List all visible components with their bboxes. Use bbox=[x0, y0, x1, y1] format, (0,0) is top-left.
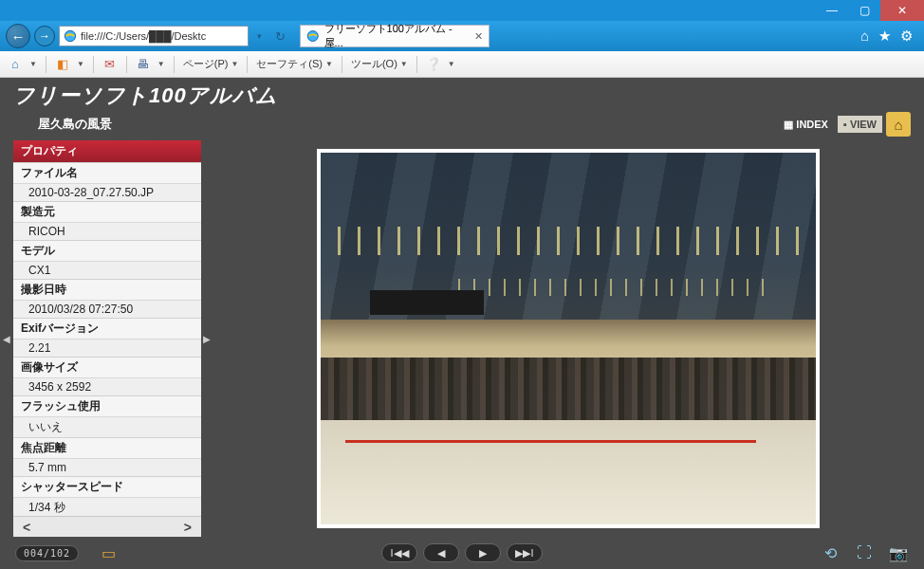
player-footer: 004/102 ▭ I◀◀ ◀ ▶ ▶▶I ⟲ ⛶ 📷 bbox=[0, 537, 924, 569]
property-value: 2010/03/28 07:27:50 bbox=[13, 301, 201, 318]
home-button[interactable]: ⌂ bbox=[886, 112, 911, 137]
property-label: ファイル名 bbox=[13, 162, 201, 184]
panel-expand-button[interactable]: ▶ bbox=[201, 140, 213, 537]
prev-button[interactable]: ◀ bbox=[423, 543, 459, 562]
property-label: 製造元 bbox=[13, 201, 201, 223]
first-button[interactable]: I◀◀ bbox=[381, 543, 417, 562]
settings-icon[interactable]: ⚙ bbox=[900, 28, 913, 45]
property-label: シャッタースピード bbox=[13, 476, 201, 498]
command-bar: ⌂▼ ◧▼ ✉ 🖶▼ ページ(P)▼ セーフティ(S)▼ ツール(O)▼ ❔▼ bbox=[0, 51, 924, 78]
browser-navbar: ← → file:///C:/Users/███/Desktc ▾ ↻ フリーソ… bbox=[0, 21, 924, 51]
back-button[interactable]: ← bbox=[6, 24, 30, 48]
address-dropdown[interactable]: ▾ bbox=[252, 26, 266, 46]
forward-button[interactable]: → bbox=[34, 26, 55, 46]
browser-tab[interactable]: フリーソフト100アルバム - 屋... ✕ bbox=[300, 25, 490, 47]
address-bar[interactable]: file:///C:/Users/███/Desktc bbox=[59, 26, 249, 46]
photo-counter: 004/102 bbox=[15, 545, 79, 561]
property-value: CX1 bbox=[13, 262, 201, 279]
prev-property-button[interactable]: < bbox=[23, 520, 30, 535]
album-subtitle: 屋久島の風景 bbox=[38, 116, 112, 133]
dropdown-icon[interactable]: ▼ bbox=[77, 60, 84, 68]
refresh-button[interactable]: ↻ bbox=[269, 26, 290, 46]
property-label: 焦点距離 bbox=[13, 437, 201, 459]
maximize-button[interactable]: ▢ bbox=[848, 0, 880, 21]
view-mode-button[interactable]: ▪VIEW bbox=[838, 116, 882, 133]
thumbnail-icon[interactable]: ▭ bbox=[98, 544, 119, 561]
property-value: 2.21 bbox=[13, 340, 201, 357]
page-menu[interactable]: ページ(P)▼ bbox=[183, 57, 239, 71]
tools-menu[interactable]: ツール(O)▼ bbox=[351, 57, 408, 71]
minimize-button[interactable]: — bbox=[816, 0, 848, 21]
safety-menu[interactable]: セーフティ(S)▼ bbox=[256, 57, 333, 71]
photo-image bbox=[321, 153, 816, 524]
fullscreen-icon[interactable]: ⛶ bbox=[854, 544, 875, 561]
property-value: RICOH bbox=[13, 223, 201, 240]
property-label: 撮影日時 bbox=[13, 279, 201, 301]
panel-header: プロパティ bbox=[13, 140, 201, 162]
print-icon[interactable]: 🖶 bbox=[136, 57, 151, 72]
square-icon: ▪ bbox=[843, 119, 847, 130]
property-label: 画像サイズ bbox=[13, 357, 201, 378]
property-value: 3456 x 2592 bbox=[13, 378, 201, 395]
property-value: 2010-03-28_07.27.50.JP bbox=[13, 184, 201, 201]
grid-icon: ▦ bbox=[784, 119, 793, 131]
favorites-icon[interactable]: ★ bbox=[878, 28, 891, 45]
close-button[interactable]: ✕ bbox=[880, 0, 924, 21]
feeds-icon[interactable]: ◧ bbox=[55, 57, 70, 72]
properties-panel: プロパティ ファイル名2010-03-28_07.27.50.JP製造元RICO… bbox=[13, 140, 201, 537]
rotate-icon[interactable]: ⟲ bbox=[820, 544, 841, 561]
camera-icon[interactable]: 📷 bbox=[888, 544, 909, 561]
home-icon[interactable]: ⌂ bbox=[8, 57, 23, 72]
property-label: Exifバージョン bbox=[13, 318, 201, 340]
home-icon: ⌂ bbox=[894, 117, 902, 133]
album-app: フリーソフト100アルバム 屋久島の風景 ▦INDEX ▪VIEW ⌂ ◀ プロ… bbox=[0, 78, 924, 569]
tab-title: フリーソフト100アルバム - 屋... bbox=[324, 22, 470, 50]
help-icon[interactable]: ❔ bbox=[426, 57, 441, 72]
property-value: 1/34 秒 bbox=[13, 498, 201, 516]
property-value: 5.7 mm bbox=[13, 459, 201, 476]
dropdown-icon[interactable]: ▼ bbox=[29, 60, 37, 68]
next-property-button[interactable]: > bbox=[184, 520, 192, 535]
property-label: フラッシュ使用 bbox=[13, 395, 201, 417]
dropdown-icon[interactable]: ▼ bbox=[448, 60, 455, 68]
ie-icon bbox=[306, 29, 320, 43]
address-text: file:///C:/Users/███/Desktc bbox=[81, 30, 206, 42]
ie-icon bbox=[64, 29, 77, 43]
property-value: いいえ bbox=[13, 417, 201, 437]
play-button[interactable]: ▶ bbox=[465, 543, 501, 562]
app-title: フリーソフト100アルバム bbox=[13, 82, 911, 110]
home-icon[interactable]: ⌂ bbox=[860, 28, 869, 45]
last-button[interactable]: ▶▶I bbox=[507, 543, 543, 562]
tab-close-icon[interactable]: ✕ bbox=[474, 30, 483, 43]
window-titlebar: — ▢ ✕ bbox=[0, 0, 924, 21]
photo-viewer bbox=[213, 140, 924, 537]
photo-frame bbox=[317, 149, 820, 528]
panel-collapse-button[interactable]: ◀ bbox=[0, 140, 13, 537]
index-mode-button[interactable]: ▦INDEX bbox=[778, 116, 834, 134]
mail-icon[interactable]: ✉ bbox=[102, 57, 118, 72]
property-label: モデル bbox=[13, 240, 201, 262]
dropdown-icon[interactable]: ▼ bbox=[157, 60, 165, 68]
